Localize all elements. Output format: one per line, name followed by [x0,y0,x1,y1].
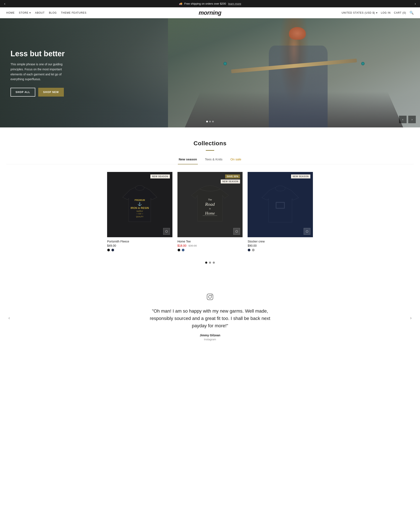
nav-login[interactable]: LOG IN [381,11,391,14]
hero-buttons: SHOP ALL SHOP NEW [10,88,69,96]
nav-currency[interactable]: UNITED STATES (USD $) ▾ [342,11,377,14]
nav-left: HOME STORE ▾ ABOUT BLOG THEME FEATURES [6,11,87,14]
collections-tabs: New season Tees & Knits On sale [6,156,414,164]
chevron-down-icon: ▾ [29,11,31,14]
product-info-portsmith: Portsmith Fleece $49.00 [107,237,172,253]
svg-text:— CO —: — CO — [136,213,143,215]
tab-on-sale[interactable]: On sale [229,156,242,164]
sweater-iron-graphic: PREMIUM ⚓ IRON & RESIN SUPPLY — CO — QUA… [115,180,164,229]
announcement-prev-button[interactable]: ‹ [2,1,7,7]
nav-about[interactable]: ABOUT [35,11,45,14]
swatch-navy[interactable] [248,249,251,252]
testimonial-quote: "Oh man! I am so happy with my new garms… [147,307,273,330]
nav-blog[interactable]: BLOG [49,11,57,14]
svg-text:Home: Home [205,211,215,215]
page-dot-2[interactable] [209,262,211,264]
testimonial-section: ‹ "Oh man! I am so happy with my new gar… [0,283,420,354]
instagram-icon [6,293,414,302]
hero-hat [289,27,306,40]
collections-divider [206,150,214,151]
product-image-stocker: NEW SEASON ⬡ [248,172,313,237]
hero-image-area [168,18,420,127]
testimonial-next-button[interactable]: › [406,313,416,323]
shop-all-button[interactable]: SHOP ALL [10,88,35,96]
hero-person-body [269,45,328,127]
product-price-stocker: $90.00 [248,244,313,247]
hero-description: This simple phrase is one of our guiding… [10,62,69,82]
tshirt-road-graphic: The Road is Home [187,182,233,227]
product-badge-new-home-tee: NEW SEASON [221,180,240,183]
product-name-portsmith: Portsmith Fleece [107,240,172,243]
tab-tees-knits[interactable]: Tees & Knits [204,156,223,164]
product-swatches-stocker [248,249,313,252]
page-dot-3[interactable] [213,262,215,264]
product-card-stocker[interactable]: NEW SEASON ⬡ Stocker crew $90.00 [248,172,313,253]
product-badge-stocker: NEW SEASON [291,175,310,178]
hero-content: Less but better This simple phrase is on… [0,49,80,96]
product-badge-save-home-tee: SAVE 50% [225,175,240,178]
hero-dot-2[interactable] [209,121,211,122]
collections-title: Collections [6,140,414,147]
nav-store[interactable]: STORE ▾ [19,11,31,14]
svg-text:is: is [209,207,211,210]
announcement-next-button[interactable]: › [413,1,418,7]
svg-rect-15 [207,294,213,300]
svg-text:PREMIUM: PREMIUM [135,199,145,201]
sweater-plain-graphic [256,180,305,229]
hero-wheel-right [361,62,365,65]
site-header: HOME STORE ▾ ABOUT BLOG THEME FEATURES m… [0,7,420,18]
swatch-black[interactable] [177,249,180,252]
site-logo[interactable]: morning [199,9,221,16]
product-share-home-tee[interactable]: ⬡ [233,228,240,235]
tab-new-season[interactable]: New season [178,156,198,164]
swatch-navy[interactable] [111,249,114,252]
hero-next-button[interactable]: › [408,116,416,123]
product-image-portsmith: NEW SEASON PREMIUM ⚓ IRON & RESIN SUPPLY… [107,172,172,237]
announcement-truck-icon: 🚚 [179,2,182,5]
testimonial-author: Jimmy Gilzean [6,334,414,337]
hero-dot-1[interactable] [206,121,208,122]
testimonial-prev-button[interactable]: ‹ [4,313,14,323]
nav-cart[interactable]: CART (0) [394,11,406,14]
hero-prev-button[interactable]: ‹ [399,116,407,123]
svg-text:IRON & RESIN: IRON & RESIN [131,206,149,210]
svg-text:QUALITY: QUALITY [136,216,143,218]
hero-title: Less but better [10,49,69,58]
swatch-gray[interactable] [252,249,255,252]
svg-text:Road: Road [205,201,215,207]
svg-text:SUPPLY: SUPPLY [137,210,143,212]
svg-point-0 [135,185,144,190]
hero-section: Less but better This simple phrase is on… [0,18,420,127]
swatch-blue[interactable] [182,249,184,252]
product-card-home-tee[interactable]: SAVE 50% NEW SEASON The Road is Home ⬡ [177,172,243,253]
product-price-home-tee: $18.00 $36.00 [177,244,243,247]
page-dot-1[interactable] [205,262,207,264]
product-image-home-tee: SAVE 50% NEW SEASON The Road is Home ⬡ [177,172,243,237]
product-swatches-home-tee [177,249,243,252]
collections-section: Collections New season Tees & Knits On s… [0,127,420,283]
swatch-black[interactable] [107,249,110,252]
nav-theme-features[interactable]: THEME FEATURES [61,11,87,14]
announcement-link[interactable]: learn more [228,2,241,5]
product-share-stocker[interactable]: ⬡ [304,228,310,235]
hero-dots [206,121,214,122]
svg-rect-14 [277,203,284,208]
announcement-bar: ‹ 🚚 Free shipping on orders over $200 le… [0,0,420,7]
sale-price-home-tee: $18.00 [177,244,186,247]
product-swatches-portsmith [107,249,172,252]
product-share-portsmith[interactable]: ⬡ [163,228,170,235]
svg-point-12 [275,186,285,191]
nav-home[interactable]: HOME [6,11,15,14]
announcement-text: Free shipping on orders over $200 [184,2,226,5]
product-grid: NEW SEASON PREMIUM ⚓ IRON & RESIN SUPPLY… [107,172,313,253]
product-info-home-tee: Home Tee $18.00 $36.00 [177,237,243,253]
svg-point-17 [211,295,212,296]
chevron-down-icon: ▾ [376,11,377,14]
shop-new-button[interactable]: SHOP NEW [38,88,64,96]
pagination-dots [6,262,414,264]
search-icon[interactable]: 🔍 [410,11,414,15]
nav-right: UNITED STATES (USD $) ▾ LOG IN CART (0) … [342,11,414,15]
hero-dot-3[interactable] [212,121,214,122]
product-card-portsmith[interactable]: NEW SEASON PREMIUM ⚓ IRON & RESIN SUPPLY… [107,172,172,253]
product-price-portsmith: $49.00 [107,244,172,247]
